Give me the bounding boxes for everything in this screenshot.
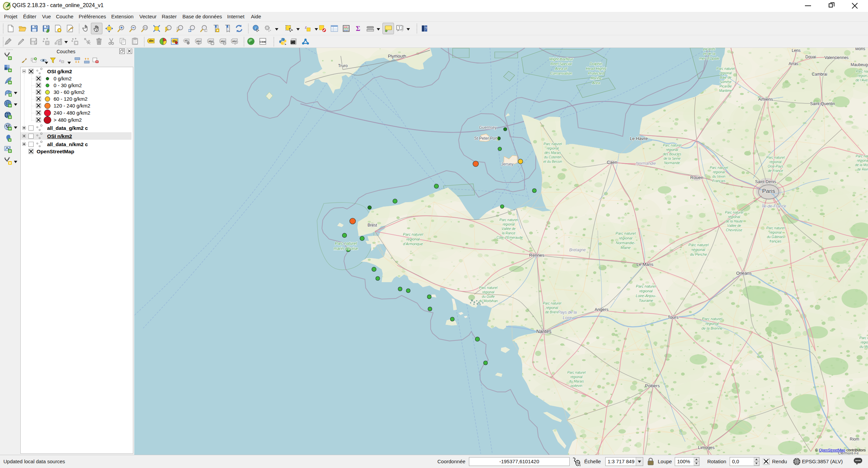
svg-text:?: ? [425, 26, 427, 31]
svg-text:Parc naturel: Parc naturel [479, 286, 498, 290]
svg-text:Conservation: Conservation [550, 71, 572, 75]
svg-text:Riom: Riom [850, 437, 859, 442]
svg-text:de l'Aves: de l'Aves [855, 78, 868, 82]
svg-text:ε: ε [59, 58, 61, 63]
svg-text:Parc naturel: Parc naturel [702, 317, 722, 321]
svg-text:de Rein: de Rein [857, 168, 868, 171]
svg-text:régional: régional [666, 148, 678, 152]
svg-text:régio: régio [861, 340, 868, 344]
svg-text:du Marais: du Marais [569, 379, 584, 383]
svg-text:Parc natu: Parc natu [856, 154, 868, 158]
svg-text:Parc naturel: Parc naturel [499, 218, 518, 222]
svg-text:la Rance: la Rance [502, 231, 515, 235]
svg-text:Marine: Marine [590, 76, 602, 80]
svg-text:mer d'Opale: mer d'Opale [699, 56, 719, 60]
svg-text:Parc nat: Parc nat [856, 70, 868, 73]
svg-text:Mons: Mons [855, 48, 865, 51]
svg-text:Touraine: Touraine [639, 298, 653, 303]
svg-text:français: français [769, 239, 781, 243]
svg-text:Tours: Tours [668, 315, 678, 320]
svg-text:- Côte d'Émeraude: - Côte d'Émeraude [494, 235, 523, 239]
svg-text:régional: régional [692, 248, 705, 252]
svg-text:i: i [255, 26, 256, 30]
svg-text:Valenciennes: Valenciennes [824, 55, 848, 60]
svg-text:du Perche: du Perche [690, 252, 707, 256]
svg-text:Maritime: Maritime [719, 89, 732, 93]
svg-text:de la Brenne: de la Brenne [702, 326, 723, 330]
svg-text:marin d'Iroise: marin d'Iroise [334, 246, 358, 251]
svg-text:et de la: et de la [703, 52, 715, 56]
svg-text:Reef Special: Reef Special [551, 62, 572, 66]
svg-text:Orléans: Orléans [736, 271, 752, 276]
svg-text:du Mo: du Mo [860, 345, 868, 349]
svg-text:Maine: Maine [620, 246, 631, 250]
svg-text:Somme: Somme [720, 80, 732, 84]
svg-text:Parc naturel: Parc naturel [335, 241, 357, 246]
svg-text:Bretagne: Bretagne [569, 248, 586, 252]
svg-text:Protected: Protected [588, 71, 604, 75]
svg-text:Pays de la: Pays de la [558, 310, 577, 315]
svg-text:de France: de France [768, 169, 783, 173]
svg-text:Le Mans: Le Mans [636, 262, 653, 267]
svg-text:Île-de-France: Île-de-France [762, 203, 786, 209]
svg-text:ab: ab [185, 39, 188, 42]
svg-text:Rouen: Rouen [690, 175, 703, 180]
svg-text:Jersey: Jersey [501, 162, 513, 167]
svg-text:Head Highly: Head Highly [586, 66, 607, 71]
svg-text:du Morbihan: du Morbihan [479, 299, 498, 303]
svg-text:des Marais: des Marais [545, 151, 561, 155]
svg-text:abc: abc [149, 39, 154, 42]
svg-text:d'Armorique: d'Armorique [403, 242, 423, 246]
svg-text:Parc naturel: Parc naturel [403, 232, 423, 236]
svg-text:Nantes: Nantes [536, 329, 551, 334]
svg-text:St Peter Port: St Peter Port [474, 136, 498, 141]
svg-text:Cambrai: Cambrai [812, 72, 827, 77]
svg-text:du Vexin: du Vexin [712, 175, 726, 178]
svg-text:de la Mont: de la Mont [855, 163, 868, 167]
svg-text:des Boucles: des Boucles [663, 152, 681, 156]
svg-text:régional: régional [769, 231, 782, 234]
svg-text:ε: ε [305, 25, 307, 30]
svg-text:Parc naturel: Parc naturel [710, 166, 728, 170]
svg-text:Parc naturel: Parc naturel [543, 301, 561, 305]
svg-text:Parc naturel: Parc naturel [567, 371, 586, 374]
svg-text:Loire: Loire [563, 315, 572, 320]
svg-text:régional: régional [570, 375, 583, 379]
svg-text:Guernsey: Guernsey [479, 125, 497, 130]
svg-text:Baie de: Baie de [720, 76, 731, 79]
svg-text:Wight-Barfleur: Wight-Barfleur [549, 57, 574, 61]
svg-text:de Brière: de Brière [545, 310, 559, 314]
svg-text:régional: régional [769, 160, 782, 164]
svg-text:Parc naturel: Parc naturel [725, 211, 744, 214]
svg-text:Parc naturel: Parc naturel [716, 67, 735, 71]
svg-text:© OpenStreetMap contributors: © OpenStreetMap contributors [815, 448, 866, 452]
svg-text:Parc naturel: Parc naturel [615, 231, 636, 235]
svg-text:Chevreuse: Chevreuse [726, 228, 743, 232]
svg-text:Maubeuge: Maubeuge [851, 62, 868, 67]
svg-text:régional: régional [406, 237, 420, 241]
svg-text:Douai: Douai [805, 55, 816, 59]
svg-text:Parc n: Parc n [860, 336, 868, 340]
svg-text:abc: abc [196, 40, 201, 43]
svg-text:T: T [398, 26, 400, 30]
svg-text:Saint-Denis: Saint-Denis [755, 179, 776, 184]
svg-text:Vallée de: Vallée de [501, 227, 516, 231]
svg-text:Dolphin: Dolphin [590, 62, 602, 66]
svg-text:de la Haute: de la Haute [725, 219, 743, 223]
svg-text:Parc naturel: Parc naturel [766, 226, 785, 230]
svg-text:Parc naturel: Parc naturel [636, 284, 656, 288]
svg-text:Vallée de: Vallée de [727, 224, 741, 228]
svg-text:Oise-Pays: Oise-Pays [768, 164, 783, 168]
svg-text:Area of: Area of [555, 66, 567, 71]
svg-text:Paris: Paris [762, 188, 775, 194]
svg-text:Saint-Quentin: Saint-Quentin [810, 101, 835, 106]
svg-text:région: région [857, 74, 867, 78]
svg-text:Lens: Lens [792, 48, 801, 53]
svg-text:Rennes: Rennes [529, 253, 545, 258]
svg-text:Picardie: Picardie [719, 84, 732, 88]
svg-text:Parc naturel: Parc naturel [688, 243, 709, 247]
svg-text:régional: régional [502, 222, 515, 226]
svg-text:de la Seine: de la Seine [664, 157, 680, 160]
svg-text:Caen: Caen [607, 160, 617, 165]
svg-text:régional: régional [713, 170, 725, 174]
